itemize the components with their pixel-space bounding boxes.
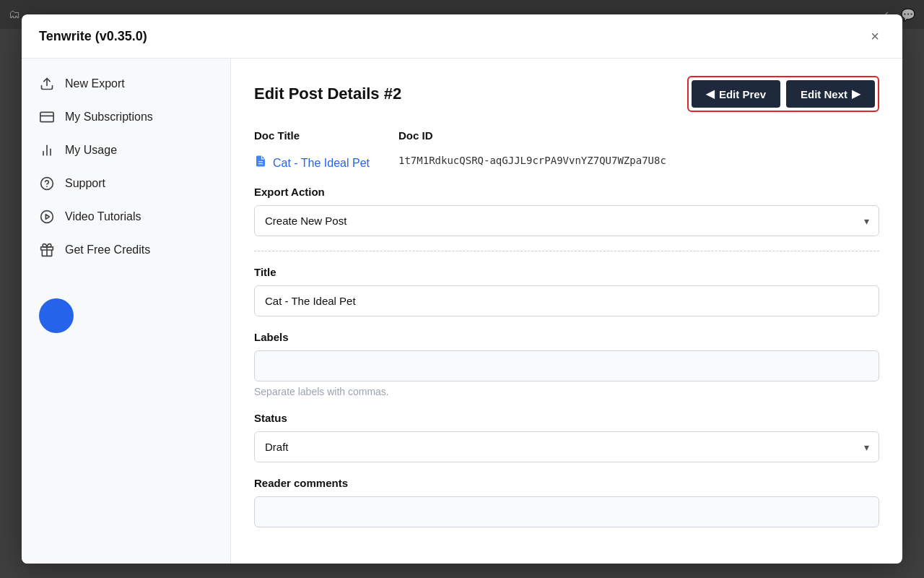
svg-rect-1 [40, 112, 53, 121]
upload-icon [39, 76, 55, 92]
chevron-left-icon: ◀ [706, 87, 715, 100]
sidebar-item-new-export[interactable]: New Export [22, 67, 230, 100]
help-circle-icon [39, 176, 55, 191]
reader-comments-label: Reader comments [254, 477, 879, 489]
labels-hint: Separate labels with commas. [254, 386, 879, 397]
play-circle-icon [39, 209, 55, 225]
avatar [39, 298, 74, 333]
sidebar-item-get-free-credits[interactable]: Get Free Credits [22, 233, 230, 267]
doc-icon [254, 155, 267, 171]
status-label: Status [254, 412, 879, 424]
edit-next-button[interactable]: Edit Next ▶ [786, 80, 875, 108]
export-action-select[interactable]: Create New Post Update Existing Post Dra… [254, 205, 879, 236]
status-select-wrapper: Draft Published Scheduled ▾ [254, 431, 879, 462]
title-group: Title [254, 266, 879, 316]
chart-icon [39, 142, 55, 158]
modal-window: Tenwrite (v0.35.0) × New Export [22, 14, 902, 564]
doc-id-col: Doc ID 1t7M1RdkucQSRQ-aqGJJL9crPA9VvnYZ7… [398, 129, 666, 171]
labels-input[interactable] [254, 350, 879, 381]
export-action-select-wrapper: Create New Post Update Existing Post Dra… [254, 205, 879, 236]
sidebar-label-new-export: New Export [65, 77, 125, 90]
reader-comments-group: Reader comments [254, 477, 879, 527]
svg-point-8 [41, 211, 53, 223]
title-input[interactable] [254, 285, 879, 316]
sidebar: New Export My Subscriptions [22, 59, 231, 564]
modal-body: New Export My Subscriptions [22, 59, 902, 564]
sidebar-label-get-free-credits: Get Free Credits [65, 243, 150, 256]
main-content: Edit Post Details #2 ◀ Edit Prev Edit Ne… [231, 59, 902, 564]
doc-title-label: Doc Title [254, 129, 370, 142]
sidebar-label-my-usage: My Usage [65, 144, 117, 157]
sidebar-label-support: Support [65, 177, 105, 190]
labels-group: Labels Separate labels with commas. [254, 331, 879, 397]
doc-id-value: 1t7M1RdkucQSRQ-aqGJJL9crPA9VvnYZ7QU7WZpa… [398, 155, 666, 166]
content-header: Edit Post Details #2 ◀ Edit Prev Edit Ne… [254, 76, 879, 112]
sidebar-label-my-subscriptions: My Subscriptions [65, 111, 153, 124]
sidebar-footer [22, 278, 230, 345]
doc-title-link[interactable]: Cat - The Ideal Pet [254, 155, 370, 171]
chevron-right-icon: ▶ [852, 87, 860, 100]
edit-prev-button[interactable]: ◀ Edit Prev [692, 80, 780, 108]
edit-navigation: ◀ Edit Prev Edit Next ▶ [687, 76, 879, 112]
title-label: Title [254, 266, 879, 278]
status-select[interactable]: Draft Published Scheduled [254, 431, 879, 462]
gift-icon [39, 242, 55, 258]
doc-title-col: Doc Title Cat [254, 129, 370, 171]
modal-title: Tenwrite (v0.35.0) [39, 29, 147, 44]
doc-id-label: Doc ID [398, 129, 666, 142]
sidebar-item-my-usage[interactable]: My Usage [22, 134, 230, 167]
sidebar-item-support[interactable]: Support [22, 167, 230, 200]
card-icon [39, 109, 55, 125]
doc-title-value: Cat - The Ideal Pet [273, 157, 370, 170]
status-group: Status Draft Published Scheduled ▾ [254, 412, 879, 462]
modal-overlay: Tenwrite (v0.35.0) × New Export [0, 0, 924, 578]
modal-header: Tenwrite (v0.35.0) × [22, 14, 902, 59]
export-action-group: Export Action Create New Post Update Exi… [254, 186, 879, 236]
labels-label: Labels [254, 331, 879, 343]
sidebar-item-video-tutorials[interactable]: Video Tutorials [22, 200, 230, 233]
close-button[interactable]: × [865, 26, 885, 46]
sidebar-label-video-tutorials: Video Tutorials [65, 210, 141, 223]
reader-comments-input[interactable] [254, 496, 879, 527]
main-scroll-area: Edit Post Details #2 ◀ Edit Prev Edit Ne… [231, 59, 902, 564]
section-title: Edit Post Details #2 [254, 85, 401, 103]
doc-info-row: Doc Title Cat [254, 129, 879, 171]
export-action-label: Export Action [254, 186, 879, 198]
section-divider [254, 251, 879, 251]
svg-marker-9 [45, 215, 49, 220]
sidebar-item-my-subscriptions[interactable]: My Subscriptions [22, 100, 230, 134]
